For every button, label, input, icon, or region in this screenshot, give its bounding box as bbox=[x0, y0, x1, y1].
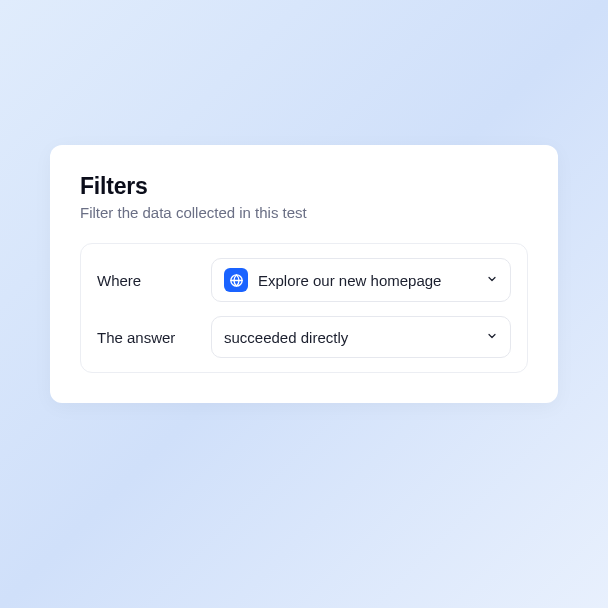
where-select[interactable]: Explore our new homepage bbox=[211, 258, 511, 302]
filter-row-answer: The answer succeeded directly bbox=[97, 316, 511, 358]
chevron-down-icon bbox=[486, 271, 498, 289]
card-subtitle: Filter the data collected in this test bbox=[80, 204, 528, 221]
answer-select-value: succeeded directly bbox=[224, 329, 476, 346]
filter-label-answer: The answer bbox=[97, 329, 197, 346]
where-select-value: Explore our new homepage bbox=[258, 272, 476, 289]
chevron-down-icon bbox=[486, 328, 498, 346]
filter-row-where: Where Explore our new homepage bbox=[97, 258, 511, 302]
globe-icon bbox=[224, 268, 248, 292]
answer-select[interactable]: succeeded directly bbox=[211, 316, 511, 358]
filters-card: Filters Filter the data collected in thi… bbox=[50, 145, 558, 403]
card-title: Filters bbox=[80, 173, 528, 200]
filter-label-where: Where bbox=[97, 272, 197, 289]
filter-group: Where Explore our new homepage bbox=[80, 243, 528, 373]
